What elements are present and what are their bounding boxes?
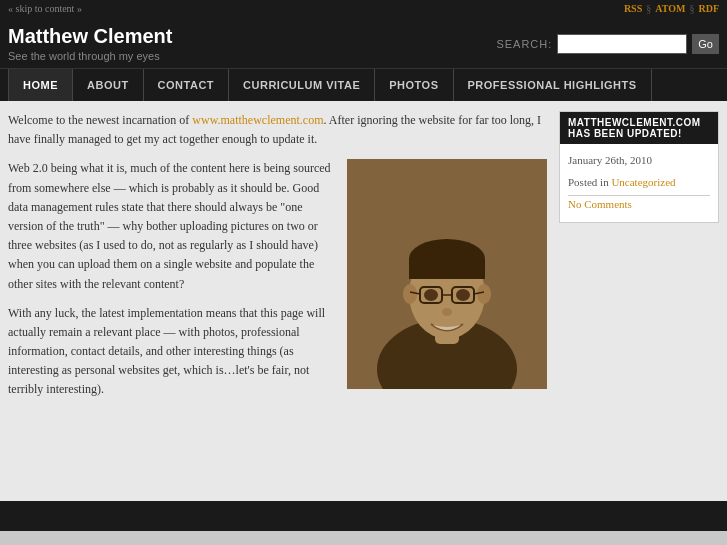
category-link[interactable]: Uncategorized	[611, 176, 675, 188]
nav-link-highlights[interactable]: PROFESSIONAL HIGHLIGHTS	[454, 69, 652, 101]
comments-link-wrapper: No Comments	[568, 196, 710, 214]
intro-paragraph: Welcome to the newest incarnation of www…	[8, 111, 547, 149]
sidebar-title: MATTHEWCLEMENT.COM HAS BEEN UPDATED!	[560, 112, 718, 144]
feed-rss[interactable]: RSS	[624, 3, 642, 14]
site-url-link[interactable]: www.matthewclement.com	[192, 113, 323, 127]
nav-item-home[interactable]: HOME	[8, 69, 73, 101]
posted-in-label: Posted in	[568, 176, 611, 188]
search-button[interactable]: Go	[692, 34, 719, 54]
feed-sep2: §	[689, 3, 694, 14]
portrait-image	[347, 159, 547, 389]
post-category: Posted in Uncategorized	[568, 174, 710, 192]
feed-links: RSS § ATOM § RDF	[624, 3, 719, 14]
portrait-svg	[347, 159, 547, 389]
comments-link[interactable]: No Comments	[568, 198, 632, 210]
sidebar-box: MATTHEWCLEMENT.COM HAS BEEN UPDATED! Jan…	[559, 111, 719, 223]
text-block: Web 2.0 being what it is, much of the co…	[8, 159, 335, 399]
main-wrapper: Welcome to the newest incarnation of www…	[0, 101, 727, 501]
nav-item-photos[interactable]: PHOTOS	[375, 69, 453, 101]
sidebar-content: January 26th, 2010 Posted in Uncategoriz…	[560, 144, 718, 222]
sidebar-title-text: MATTHEWCLEMENT.COM HAS BEEN UPDATED!	[568, 117, 701, 139]
nav-item-cv[interactable]: CURRICULUM VITAE	[229, 69, 375, 101]
site-tagline: See the world through my eyes	[8, 50, 172, 62]
intro-text-before-link: Welcome to the newest incarnation of	[8, 113, 192, 127]
top-bar: « skip to content » RSS § ATOM § RDF	[0, 0, 727, 17]
nav-list: HOME ABOUT CONTACT CURRICULUM VITAE PHOT…	[8, 69, 719, 101]
nav-link-contact[interactable]: CONTACT	[144, 69, 229, 101]
nav-link-about[interactable]: ABOUT	[73, 69, 144, 101]
content-image-section: Web 2.0 being what it is, much of the co…	[8, 159, 547, 399]
portrait-inner	[347, 159, 547, 389]
site-title: Matthew Clement	[8, 25, 172, 48]
search-area: SEARCH: Go	[496, 34, 719, 54]
paragraph2: Web 2.0 being what it is, much of the co…	[8, 159, 335, 293]
svg-rect-16	[347, 159, 547, 389]
feed-atom[interactable]: ATOM	[655, 3, 685, 14]
nav-item-contact[interactable]: CONTACT	[144, 69, 229, 101]
nav-link-cv[interactable]: CURRICULUM VITAE	[229, 69, 375, 101]
skip-link[interactable]: « skip to content »	[8, 3, 82, 14]
content-area: Welcome to the newest incarnation of www…	[8, 111, 547, 491]
photo-block	[347, 159, 547, 399]
site-footer	[0, 501, 727, 531]
feed-rdf[interactable]: RDF	[698, 3, 719, 14]
sidebar: MATTHEWCLEMENT.COM HAS BEEN UPDATED! Jan…	[559, 111, 719, 491]
main-nav: HOME ABOUT CONTACT CURRICULUM VITAE PHOT…	[0, 68, 727, 101]
nav-link-home[interactable]: HOME	[8, 69, 73, 101]
feed-sep1: §	[646, 3, 651, 14]
paragraph3: With any luck, the latest implementation…	[8, 304, 335, 400]
nav-item-about[interactable]: ABOUT	[73, 69, 144, 101]
nav-item-highlights[interactable]: PROFESSIONAL HIGHLIGHTS	[454, 69, 652, 101]
site-branding: Matthew Clement See the world through my…	[8, 25, 172, 62]
search-label: SEARCH:	[496, 38, 552, 50]
post-date: January 26th, 2010	[568, 152, 710, 170]
site-header: Matthew Clement See the world through my…	[0, 17, 727, 68]
nav-link-photos[interactable]: PHOTOS	[375, 69, 453, 101]
search-input[interactable]	[557, 34, 687, 54]
